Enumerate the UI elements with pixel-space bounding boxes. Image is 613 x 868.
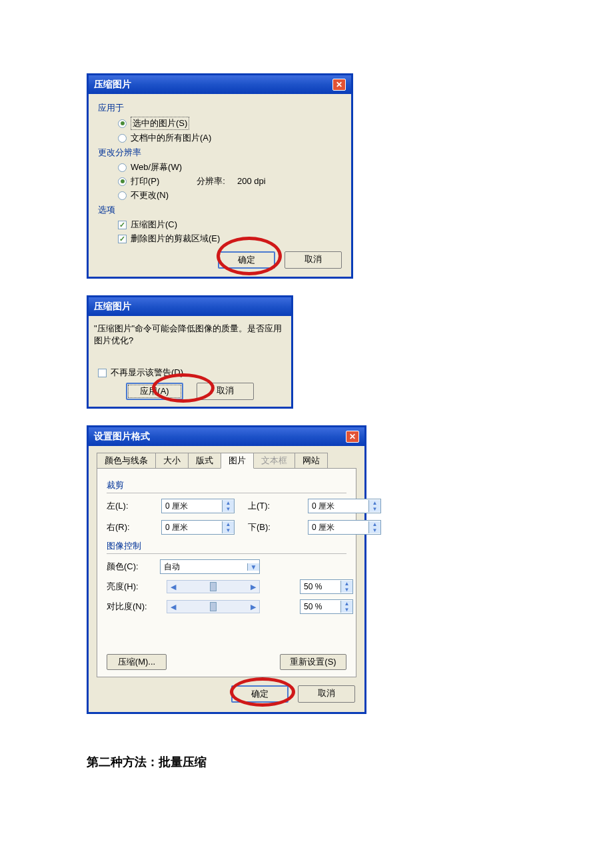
radio-icon — [118, 191, 127, 200]
spinner-icon[interactable]: ▲▼ — [222, 500, 234, 512]
brightness-value[interactable]: 50 % ▲▼ — [300, 579, 353, 594]
arrow-right-icon[interactable]: ▶ — [247, 603, 259, 611]
brightness-slider[interactable]: ◀ ▶ — [167, 580, 260, 593]
color-dropdown[interactable]: 自动 ▼ — [160, 559, 260, 574]
spinner-icon[interactable]: ▲▼ — [340, 581, 352, 593]
radio-label: 打印(P) — [131, 175, 159, 187]
close-icon[interactable]: ✕ — [332, 79, 346, 91]
input-value: 50 % — [301, 582, 340, 591]
warning-message: "压缩图片"命令可能会降低图像的质量。是否应用图片优化? — [89, 316, 291, 367]
input-value: 50 % — [301, 602, 340, 611]
resolution-value: 200 dpi — [237, 176, 266, 186]
compress-button[interactable]: 压缩(M)... — [107, 654, 167, 670]
crop-section-label: 裁剪 — [107, 479, 346, 493]
titlebar[interactable]: 设置图片格式 ✕ — [89, 427, 364, 446]
check-compress-pictures[interactable]: 压缩图片(C) — [118, 219, 342, 231]
checkbox-icon — [118, 221, 127, 229]
radio-label: Web/屏幕(W) — [131, 161, 182, 173]
check-label: 删除图片的剪裁区域(E) — [131, 233, 220, 245]
format-picture-dialog: 设置图片格式 ✕ 颜色与线条 大小 版式 图片 文本框 网站 裁剪 左(L): … — [87, 425, 366, 714]
spinner-icon[interactable]: ▲▼ — [340, 601, 352, 613]
check-dont-show[interactable]: 不再显示该警告(D) — [89, 367, 291, 379]
image-control-label: 图像控制 — [107, 540, 346, 554]
arrow-right-icon[interactable]: ▶ — [247, 583, 259, 591]
crop-right-label: 右(R): — [107, 521, 148, 533]
radio-selected-pictures[interactable]: 选中的图片(S) — [118, 117, 342, 130]
radio-label: 不更改(N) — [131, 189, 169, 201]
check-label: 不再显示该警告(D) — [111, 367, 183, 379]
crop-top-input[interactable]: 0 厘米 ▲▼ — [308, 499, 381, 513]
tab-web[interactable]: 网站 — [295, 453, 328, 469]
arrow-left-icon[interactable]: ◀ — [167, 603, 179, 611]
spinner-icon[interactable]: ▲▼ — [368, 521, 380, 533]
combo-value: 自动 — [161, 561, 247, 573]
apply-button[interactable]: 应用(A) — [126, 383, 183, 400]
radio-label: 选中的图片(S) — [131, 117, 189, 130]
compress-pictures-dialog: 压缩图片 ✕ 应用于 选中的图片(S) 文档中的所有图片(A) 更改分辨率 We… — [87, 73, 353, 279]
crop-left-input[interactable]: 0 厘米 ▲▼ — [161, 499, 235, 513]
method-two-heading: 第二种方法：批量压缩 — [87, 754, 526, 770]
check-label: 压缩图片(C) — [131, 219, 177, 231]
input-value: 0 厘米 — [162, 501, 222, 512]
arrow-left-icon[interactable]: ◀ — [167, 583, 179, 591]
ok-button[interactable]: 确定 — [231, 685, 289, 703]
reset-button[interactable]: 重新设置(S) — [280, 654, 346, 670]
radio-icon — [118, 119, 127, 128]
crop-top-label: 上(T): — [248, 500, 295, 512]
tab-picture[interactable]: 图片 — [221, 453, 254, 469]
dialog-title: 压缩图片 — [94, 79, 131, 91]
checkbox-icon — [98, 369, 107, 377]
chevron-down-icon: ▼ — [247, 563, 259, 571]
radio-print[interactable]: 打印(P) 分辨率: 200 dpi — [118, 175, 342, 187]
radio-label: 文档中的所有图片(A) — [131, 132, 211, 144]
input-value: 0 厘米 — [308, 522, 368, 533]
radio-no-change[interactable]: 不更改(N) — [118, 189, 342, 201]
input-value: 0 厘米 — [162, 522, 222, 533]
dialog-title: 设置图片格式 — [94, 431, 150, 443]
brightness-label: 亮度(H): — [107, 581, 160, 593]
spinner-icon[interactable]: ▲▼ — [368, 500, 380, 512]
contrast-value[interactable]: 50 % ▲▼ — [300, 599, 353, 614]
crop-right-input[interactable]: 0 厘米 ▲▼ — [161, 520, 235, 535]
change-resolution-label: 更改分辨率 — [98, 147, 342, 159]
radio-icon — [118, 177, 127, 186]
dialog-title: 压缩图片 — [94, 301, 131, 313]
radio-icon — [118, 134, 127, 143]
spinner-icon[interactable]: ▲▼ — [222, 521, 234, 533]
ok-button[interactable]: 确定 — [218, 251, 275, 269]
input-value: 0 厘米 — [308, 501, 368, 512]
tab-size[interactable]: 大小 — [155, 453, 189, 469]
compress-warning-dialog: 压缩图片 "压缩图片"命令可能会降低图像的质量。是否应用图片优化? 不再显示该警… — [87, 295, 293, 409]
crop-bottom-label: 下(B): — [248, 521, 295, 533]
resolution-label: 分辨率: — [197, 176, 225, 186]
tab-textbox: 文本框 — [253, 453, 295, 469]
titlebar[interactable]: 压缩图片 ✕ — [89, 75, 351, 94]
tab-layout[interactable]: 版式 — [188, 453, 221, 469]
contrast-slider[interactable]: ◀ ▶ — [167, 600, 260, 613]
checkbox-icon — [118, 235, 127, 243]
cancel-button[interactable]: 取消 — [285, 251, 342, 269]
close-icon[interactable]: ✕ — [346, 431, 359, 443]
color-label: 颜色(C): — [107, 561, 147, 573]
titlebar[interactable]: 压缩图片 — [89, 297, 291, 316]
cancel-button[interactable]: 取消 — [298, 685, 355, 703]
tab-colors-lines[interactable]: 颜色与线条 — [97, 453, 156, 469]
radio-web-screen[interactable]: Web/屏幕(W) — [118, 161, 342, 173]
crop-left-label: 左(L): — [107, 500, 148, 512]
crop-bottom-input[interactable]: 0 厘米 ▲▼ — [308, 520, 381, 535]
contrast-label: 对比度(N): — [107, 601, 160, 613]
radio-icon — [118, 163, 127, 172]
radio-all-pictures[interactable]: 文档中的所有图片(A) — [118, 132, 342, 144]
check-delete-crop[interactable]: 删除图片的剪裁区域(E) — [118, 233, 342, 245]
cancel-button[interactable]: 取消 — [197, 383, 254, 400]
options-label: 选项 — [98, 204, 342, 216]
apply-to-label: 应用于 — [98, 102, 342, 114]
